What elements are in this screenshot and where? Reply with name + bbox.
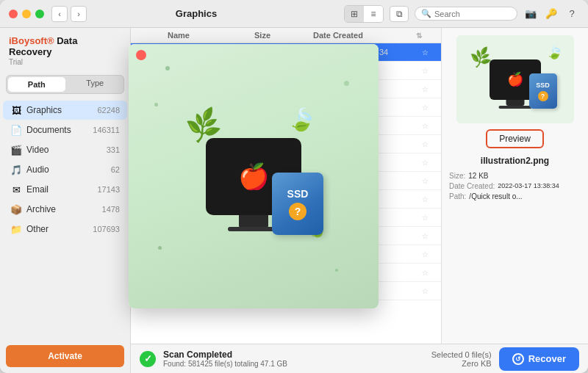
dot-decoration: [344, 81, 349, 86]
sidebar-item-video[interactable]: 🎬 Video 331: [3, 140, 127, 159]
tab-type[interactable]: Type: [67, 76, 124, 93]
preview-size-row: Size: 12 KB: [449, 172, 581, 180]
apple-icon: 🍎: [238, 162, 269, 191]
scan-title: Scan Completed: [163, 350, 424, 360]
app-subtitle: Trial: [9, 58, 121, 66]
documents-icon: 📄: [10, 124, 22, 136]
star-icon[interactable]: ☆: [416, 140, 434, 148]
maximize-button[interactable]: [35, 10, 44, 18]
star-icon[interactable]: ☆: [416, 67, 434, 75]
sidebar-item-email[interactable]: ✉ Email 17143: [3, 180, 127, 199]
other-icon: 📁: [10, 223, 22, 235]
date-value: 2022-03-17 13:38:34: [498, 182, 559, 190]
help-icon[interactable]: ?: [564, 7, 579, 21]
popup-close-button[interactable]: [136, 50, 146, 60]
preview-date-row: Date Created: 2022-03-17 13:38:34: [449, 182, 581, 190]
col-date-header: Date Created: [313, 31, 416, 40]
col-size-header: Size: [254, 31, 313, 40]
audio-icon: 🎵: [10, 164, 22, 175]
star-icon[interactable]: ☆: [416, 48, 434, 57]
ssd-question-icon: ?: [289, 203, 306, 220]
leaf-right-icon: 🍃: [545, 43, 564, 61]
path-label: Path:: [449, 192, 466, 200]
grid-view-button[interactable]: ⊞: [345, 6, 364, 22]
recover-button[interactable]: ↺ Recover: [499, 347, 579, 371]
titlebar-title: Graphics: [49, 8, 344, 19]
preview-button[interactable]: Preview: [486, 129, 544, 148]
big-ssd-icon: SSD ?: [272, 173, 323, 235]
sidebar-item-label: Graphics: [26, 105, 93, 115]
ssd-label: SSD: [287, 188, 309, 200]
sidebar-item-label: Archive: [26, 204, 98, 214]
sidebar-item-count: 17143: [97, 185, 120, 194]
sidebar-item-count: 146311: [93, 126, 120, 134]
dot-decoration: [154, 103, 158, 106]
star-icon[interactable]: ☆: [416, 85, 434, 93]
dot-decoration: [158, 246, 162, 250]
activate-button[interactable]: Activate: [6, 345, 124, 367]
star-icon[interactable]: ☆: [416, 159, 434, 167]
star-icon[interactable]: ☆: [416, 287, 434, 295]
close-button[interactable]: [9, 10, 18, 18]
size-label: Size:: [449, 172, 465, 180]
sidebar-item-count: 1478: [102, 205, 120, 214]
sidebar-item-audio[interactable]: 🎵 Audio 62: [3, 160, 127, 179]
sidebar-item-archive[interactable]: 📦 Archive 1478: [3, 200, 127, 219]
camera-icon[interactable]: 📷: [523, 7, 538, 21]
sidebar-item-count: 331: [107, 145, 120, 154]
monitor-base: [498, 106, 531, 109]
dot-decoration: [335, 269, 338, 272]
date-label: Date Created:: [449, 182, 495, 190]
toolbar-right: ⊞ ≡ ⧉ 🔍 📷 🔑 ?: [344, 5, 579, 23]
star-icon[interactable]: ☆: [416, 214, 434, 222]
search-input[interactable]: [434, 10, 511, 18]
video-icon: 🎬: [10, 144, 22, 156]
star-icon[interactable]: ☆: [416, 104, 434, 112]
preview-thumb-inner: 🌿 🍃 🍎 SSD ?: [456, 35, 574, 123]
sidebar-header: iBoysoft® Data Recovery Trial: [0, 28, 130, 70]
file-list-header: Name Size Date Created ⇅: [131, 28, 441, 43]
star-icon[interactable]: ☆: [416, 232, 434, 240]
app-brand: iBoysoft®: [9, 35, 54, 46]
star-icon[interactable]: ☆: [416, 269, 434, 277]
mini-ssd-icon: SSD ?: [529, 73, 557, 109]
star-icon[interactable]: ☆: [416, 195, 434, 203]
dot-decoration: [165, 66, 170, 70]
filter-button[interactable]: ⧉: [390, 6, 409, 22]
big-illustration: 🌿 🍃 🍃 🍎 SSD ?: [173, 95, 334, 257]
scan-detail: Found: 581425 file(s) totaling 47.1 GB: [163, 360, 424, 368]
tab-path[interactable]: Path: [8, 77, 65, 92]
scan-info: Scan Completed Found: 581425 file(s) tot…: [163, 350, 424, 368]
sidebar-item-documents[interactable]: 📄 Documents 146311: [3, 120, 127, 140]
preview-thumbnail: 🌿 🍃 🍎 SSD ?: [456, 35, 574, 123]
col-name-header: Name: [168, 31, 254, 40]
preview-path-row: Path: /Quick result o...: [449, 192, 581, 200]
star-icon[interactable]: ☆: [416, 177, 434, 185]
search-icon: 🔍: [421, 9, 431, 18]
sort-icon[interactable]: ⇅: [416, 32, 434, 40]
popup-image-area: 🌿 🍃 🍃 🍎 SSD ?: [129, 44, 379, 308]
titlebar: ‹ › Graphics ⊞ ≡ ⧉ 🔍 📷 🔑 ?: [0, 0, 588, 28]
email-icon: ✉: [10, 184, 22, 195]
minimize-button[interactable]: [22, 10, 31, 18]
selected-info: Selected 0 file(s) Zero KB: [431, 350, 492, 368]
preview-panel: 🌿 🍃 🍎 SSD ?: [441, 28, 588, 344]
sidebar-item-label: Audio: [26, 164, 107, 175]
star-icon[interactable]: ☆: [416, 250, 434, 258]
list-view-button[interactable]: ≡: [364, 6, 383, 22]
sidebar-item-label: Documents: [26, 125, 88, 135]
star-icon[interactable]: ☆: [416, 122, 434, 130]
selected-files: Selected 0 file(s): [431, 350, 492, 359]
monitor-stand: [506, 100, 524, 106]
window-controls: [9, 10, 44, 18]
archive-icon: 📦: [10, 203, 22, 215]
sidebar-item-count: 107693: [93, 225, 120, 233]
recover-label: Recover: [528, 353, 566, 364]
preview-meta: Size: 12 KB Date Created: 2022-03-17 13:…: [449, 172, 581, 203]
apple-logo-icon: 🍎: [507, 71, 523, 87]
key-icon[interactable]: 🔑: [544, 7, 559, 21]
sidebar-item-other[interactable]: 📁 Other 107693: [3, 220, 127, 239]
sidebar-item-graphics[interactable]: 🖼 Graphics 62248: [3, 101, 127, 120]
scan-complete-icon: ✓: [140, 351, 156, 367]
leaf-top-right-icon: 🍃: [286, 104, 319, 135]
